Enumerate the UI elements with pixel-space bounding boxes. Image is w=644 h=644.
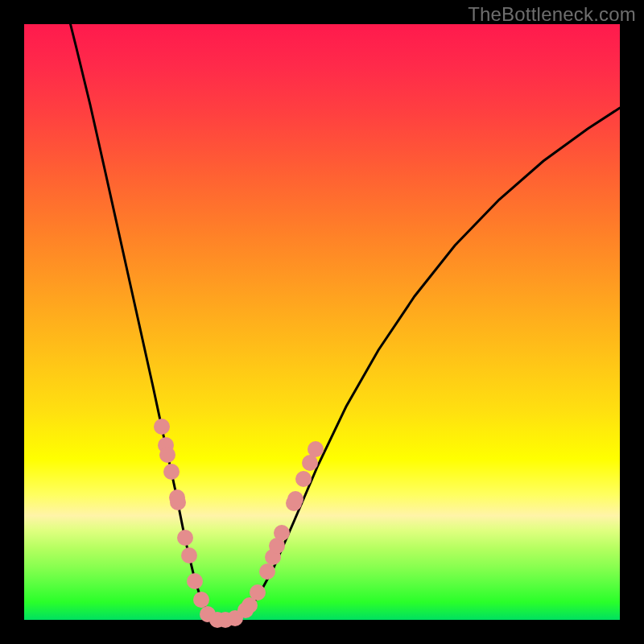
curve-right: [225, 108, 620, 620]
data-marker: [308, 441, 324, 457]
data-marker: [250, 584, 266, 601]
bottleneck-plot: [24, 24, 620, 620]
watermark-text: TheBottleneck.com: [468, 3, 636, 26]
data-marker: [163, 464, 180, 480]
data-marker: [274, 525, 290, 541]
data-marker: [287, 491, 303, 507]
data-marker: [193, 592, 209, 608]
curve-left: [68, 16, 225, 620]
data-marker: [187, 573, 203, 589]
data-marker: [295, 471, 312, 487]
data-marker: [159, 447, 175, 463]
data-markers: [154, 419, 324, 628]
data-marker: [259, 564, 275, 580]
data-marker: [181, 547, 197, 564]
data-marker: [170, 494, 186, 510]
data-marker: [177, 530, 193, 546]
chart-frame: TheBottleneck.com: [0, 0, 644, 644]
data-marker: [154, 419, 170, 435]
